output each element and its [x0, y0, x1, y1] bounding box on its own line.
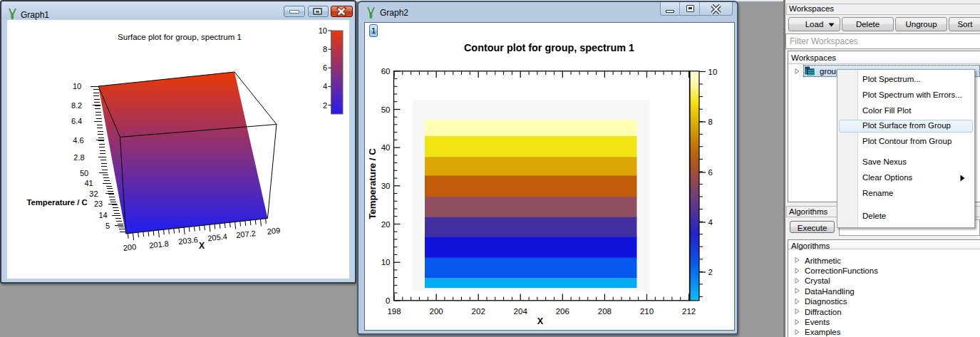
svg-text:206: 206: [556, 307, 569, 316]
svg-text:208: 208: [598, 307, 612, 316]
svg-text:50: 50: [381, 105, 391, 114]
svg-text:2: 2: [708, 268, 713, 276]
svg-text:0: 0: [386, 296, 390, 305]
svg-text:20: 20: [381, 220, 391, 229]
svg-text:6: 6: [708, 168, 713, 177]
svg-text:212: 212: [682, 307, 696, 316]
svg-text:10: 10: [381, 258, 391, 266]
svg-text:Contour plot for group, spectr: Contour plot for group, spectrum 1: [464, 42, 634, 53]
svg-text:10: 10: [708, 68, 718, 76]
svg-text:X: X: [537, 316, 544, 326]
svg-text:4: 4: [708, 218, 713, 227]
svg-text:204: 204: [514, 307, 528, 316]
svg-text:Temperature / C: Temperature / C: [367, 148, 378, 219]
svg-text:198: 198: [387, 307, 401, 316]
svg-text:202: 202: [472, 307, 485, 316]
svg-text:200: 200: [430, 307, 443, 316]
svg-text:8: 8: [708, 118, 713, 126]
svg-text:30: 30: [381, 182, 391, 190]
svg-text:210: 210: [640, 307, 654, 316]
svg-text:60: 60: [381, 67, 391, 76]
svg-text:40: 40: [381, 143, 391, 152]
